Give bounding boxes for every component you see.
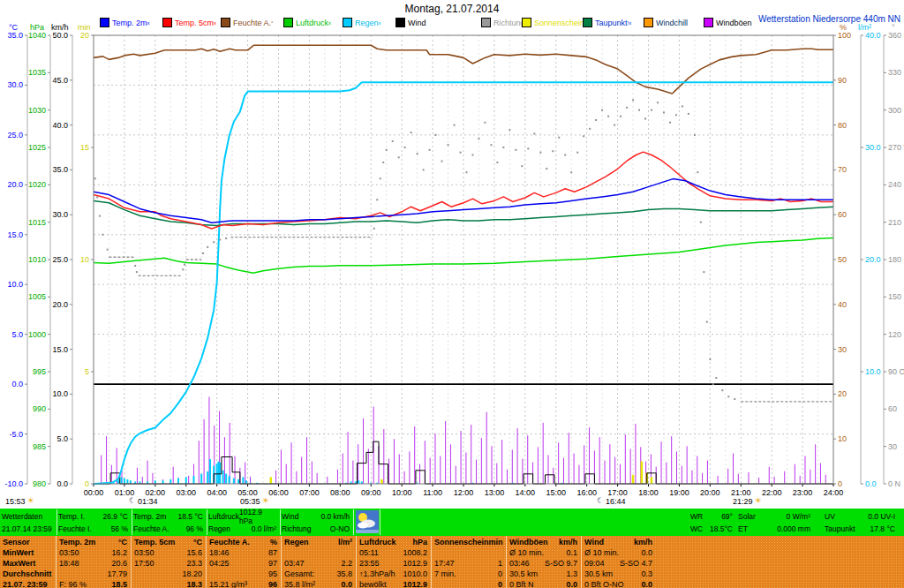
row-header-text: Durchschnitt [3, 569, 52, 578]
table-cell: 0 [434, 579, 502, 588]
moon-icon: ☾ [129, 497, 136, 505]
x-axis-label: 16:00 [576, 488, 597, 497]
table-row-header: Durchschnitt [3, 569, 52, 579]
cell-label: 03:47 [284, 559, 305, 568]
statusbar-label: Feuchte I. [58, 524, 92, 533]
x-axis-label: 15:00 [546, 488, 566, 497]
cell-label: Ø 10 min. [509, 548, 544, 557]
sun-icon: ☀ [27, 497, 34, 505]
cell-value: 17.79 [107, 569, 127, 578]
table-cell: Gesamt:35.8 [284, 569, 352, 579]
axis-tick-label-temp: 30.0 [7, 80, 23, 89]
axis-tick-label-dir: 90 O [888, 367, 904, 376]
cell-value: 96 [268, 580, 277, 588]
row-header-text: Sensor [3, 538, 30, 547]
table-cell: 18.3 [134, 579, 202, 588]
cell-value: 0.1 [566, 548, 577, 557]
cell-value: 35.8 [336, 569, 352, 578]
axis-tick-label-dir: 270 W [888, 143, 904, 152]
cell-value: 0.0 [641, 548, 652, 557]
axis-tick-label-press: 1000 [28, 330, 46, 339]
axis-tick-label-press: 995 [33, 367, 46, 376]
statusbar-label: Richtung [282, 524, 312, 533]
axis-tick-label-press: 1025 [28, 143, 46, 152]
statusbar-value: 56 % [111, 524, 128, 533]
cell-label: Luftdruck [359, 538, 396, 547]
cell-value: 0.0 [341, 580, 352, 588]
statusbar-value: 18.5 °C [178, 512, 203, 521]
sunmoon-annotation: 05:35☀ [240, 495, 269, 507]
x-axis-label: 20:00 [700, 488, 720, 497]
cell-label: Temp. 2m [59, 538, 95, 547]
sunmoon-annotation: 15:53☀ [5, 495, 34, 507]
axis-tick-label-dir: 30 [888, 442, 897, 451]
sunmoon-time: 05:35 [240, 497, 260, 506]
axis-tick-label-dir: 210 [888, 218, 901, 227]
sunmoon-annotation: 21:29☀ [733, 495, 762, 507]
axis-tick-label-temp: 15.0 [7, 230, 23, 239]
statusbar-separator [207, 509, 207, 535]
cell-label: Gesamt: [284, 569, 314, 578]
statusbar-label: WC [690, 524, 703, 533]
cell-value: 16.2 [111, 548, 127, 557]
table-cell: 03:472.2 [284, 558, 352, 569]
x-axis-label: 06:00 [268, 488, 289, 497]
x-axis-label: 13:00 [485, 488, 505, 497]
weather-chart: 35.030.025.020.015.010.05.00.0-5.0-10.01… [0, 0, 904, 509]
cell-value: 95 [268, 569, 277, 578]
axis-tick-label-hum: 60 [838, 210, 847, 219]
table-cell: 05:111008.2 [359, 547, 427, 558]
cell-value: km/h [559, 538, 577, 547]
table-cell: 18.20 [134, 569, 202, 579]
table-column-regen: Regenl/m²03:472.2Gesamt:35.835.8 l/m²0.0 [281, 536, 356, 588]
axis-tick-label-hum: 40 [838, 300, 847, 309]
weather-pictogram-icon [356, 510, 379, 533]
axis-tick-label-temp: -5.0 [9, 430, 23, 439]
table-cell: 0 Bft N0.0 [509, 579, 577, 588]
row-header-text: MinWert [3, 548, 34, 557]
axis-tick-label-temp: 10.0 [7, 280, 23, 289]
x-axis-label: 03:00 [176, 488, 196, 497]
cell-label: Ø 10 min. [584, 548, 619, 557]
statusbar-label: UV [825, 512, 835, 521]
x-axis-label: 10:00 [392, 488, 412, 497]
statusbar-separator [56, 509, 57, 535]
axis-tick-label-dir: 60 [888, 404, 897, 413]
cell-value: 18.20 [182, 569, 202, 578]
cell-value: 18.5 [111, 580, 127, 588]
axis-tick-label-hum: 100 [838, 31, 851, 40]
x-axis-label: 00:00 [84, 488, 104, 497]
axis-tick-label-rain: 40.0 [865, 31, 881, 40]
axis-tick-label-hum: 80 [838, 121, 847, 130]
table-cell: ↑1.3hPa/h1010.0 [359, 569, 427, 579]
statusbar-value: 17.8 °C [870, 524, 895, 533]
statusbar-cell: Wind0.0 km/hRichtungO-NO [282, 509, 350, 536]
cell-label: 0 Bft O-NO [584, 580, 624, 588]
cell-value: 1012.9 [403, 580, 427, 588]
axis-tick-label-temp: 5.0 [11, 330, 23, 339]
cell-value: 1010.0 [403, 569, 427, 578]
axis-tick-label-hum: 0 [838, 479, 842, 488]
table-cell: Sonnenscheinmin [434, 537, 502, 547]
cell-value: 23.3 [186, 559, 202, 568]
cell-label: 18:48 [59, 559, 79, 568]
cell-value: S-SO 9.7 [545, 559, 577, 568]
table-cell: 03:5015.6 [134, 547, 202, 558]
statusbar-cell: Wetterdaten21.07.14 23:59 [2, 509, 55, 536]
axis-tick-label-wind: 25.0 [52, 255, 68, 264]
cell-label: 03:50 [134, 548, 154, 557]
axis-tick-label-dir: 150 [888, 292, 901, 301]
axis-tick-label-dir: 300 [888, 106, 901, 115]
row-header-text: 21.07. 23:59 [3, 580, 48, 588]
table-cell [434, 547, 502, 558]
sunmoon-annotation: ☾01:34 [129, 495, 158, 507]
axis-tick-label-wind: 40.0 [52, 121, 68, 130]
axis-tick-label-wind: 5.0 [56, 434, 68, 443]
axis-tick-label-sun: 20 [80, 31, 89, 40]
axis-tick-label-sun: 10 [80, 255, 89, 264]
axis-tick-label-dir: 360 N [888, 31, 904, 40]
cell-label: 17:47 [434, 559, 455, 568]
cell-value: 1008.2 [403, 548, 427, 557]
sun-icon: ☀ [262, 497, 269, 505]
cell-value: 97 [268, 559, 277, 568]
